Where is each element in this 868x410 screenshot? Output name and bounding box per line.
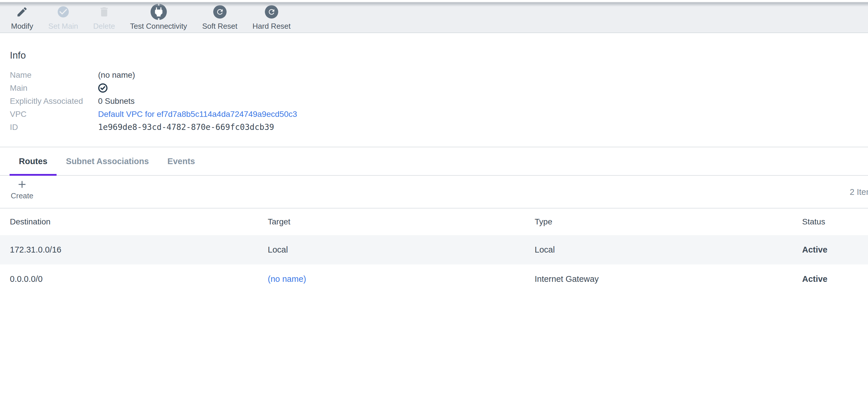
column-header-target: Target: [258, 217, 525, 226]
vpc-link[interactable]: Default VPC for ef7d7a8b5c114a4da724749a…: [98, 109, 297, 119]
info-label-name: Name: [10, 68, 98, 82]
column-header-destination: Destination: [0, 217, 258, 226]
items-count: 2 Items: [850, 176, 868, 209]
trash-icon: [98, 3, 110, 21]
test-connectivity-button[interactable]: Test Connectivity: [122, 0, 195, 32]
delete-button-label: Delete: [93, 22, 115, 30]
cell-destination: 0.0.0.0/0: [0, 274, 258, 284]
toolbar: Modify Set Main Delete Test: [0, 0, 868, 33]
info-section-title: Info: [10, 50, 868, 61]
set-main-button[interactable]: Set Main: [41, 0, 86, 32]
tab-bar: Routes Subnet Associations Events: [0, 147, 868, 176]
soft-reset-icon: [213, 3, 226, 21]
route-table-detail-page: Modify Set Main Delete Test: [0, 0, 868, 294]
tab-events-label: Events: [167, 157, 195, 166]
create-button[interactable]: Create: [9, 179, 35, 200]
info-value-name: (no name): [98, 68, 868, 82]
info-section: Info Name (no name) Main Explicitly Asso…: [0, 50, 868, 134]
cell-target: Local: [258, 245, 525, 255]
info-label-vpc: VPC: [10, 107, 98, 121]
hard-reset-button-label: Hard Reset: [252, 22, 291, 30]
target-link[interactable]: (no name): [268, 274, 306, 284]
delete-button[interactable]: Delete: [86, 0, 122, 32]
info-label-main: Main: [10, 82, 98, 95]
hard-reset-button[interactable]: Hard Reset: [245, 0, 298, 32]
tab-subnet-associations-label: Subnet Associations: [66, 157, 149, 166]
info-label-explicitly-associated: Explicitly Associated: [10, 95, 98, 107]
info-value-explicitly-associated: 0 Subnets: [98, 95, 868, 107]
pencil-icon: [16, 3, 28, 21]
routes-table: Destination Target Type Status 172.31.0.…: [0, 209, 868, 294]
cell-type: Local: [525, 245, 792, 255]
tab-events[interactable]: Events: [158, 147, 204, 175]
soft-reset-button[interactable]: Soft Reset: [195, 0, 245, 32]
routes-list-toolbar: Create 2 Items: [0, 176, 868, 209]
status-badge: Active: [792, 245, 868, 255]
modify-button[interactable]: Modify: [3, 0, 41, 32]
plus-icon: [16, 179, 28, 190]
column-header-status: Status: [792, 217, 868, 226]
soft-reset-button-label: Soft Reset: [202, 22, 237, 30]
cell-type: Internet Gateway: [525, 274, 792, 284]
plug-icon: [151, 3, 167, 21]
cell-destination: 172.31.0.0/16: [0, 245, 258, 255]
main-check-icon: [98, 82, 868, 95]
table-row: 0.0.0.0/0 (no name) Internet Gateway Act…: [0, 264, 868, 294]
table-header: Destination Target Type Status: [0, 209, 868, 235]
modify-button-label: Modify: [11, 22, 33, 30]
resource-id: 1e969de8-93cd-4782-870e-669fc03dcb39: [98, 121, 868, 134]
tab-routes[interactable]: Routes: [9, 147, 57, 175]
tab-subnet-associations[interactable]: Subnet Associations: [57, 147, 158, 175]
tab-routes-label: Routes: [19, 157, 47, 166]
hard-reset-icon: [265, 3, 278, 21]
table-row: 172.31.0.0/16 Local Local Active: [0, 235, 868, 264]
column-header-type: Type: [525, 217, 792, 226]
info-label-id: ID: [10, 121, 98, 134]
test-connectivity-button-label: Test Connectivity: [130, 22, 187, 30]
info-grid: Name (no name) Main Explicitly Associate…: [10, 68, 868, 134]
status-badge: Active: [792, 274, 868, 284]
create-button-label: Create: [11, 191, 33, 200]
set-main-button-label: Set Main: [49, 22, 78, 30]
check-circle-icon: [57, 3, 70, 21]
